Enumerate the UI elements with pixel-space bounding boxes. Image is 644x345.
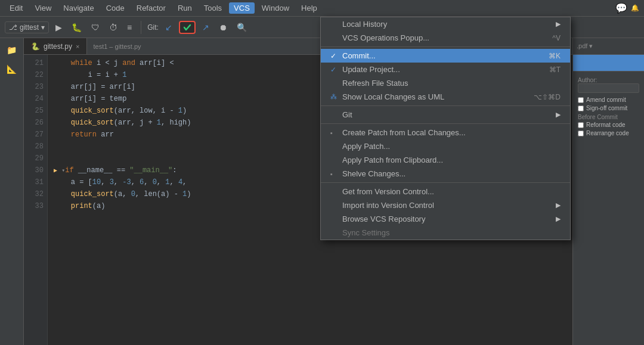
pdf-label: .pdf ▾ [577, 42, 593, 50]
debug-button[interactable]: 🐛 [69, 21, 85, 34]
menu-help[interactable]: Help [296, 2, 322, 14]
tab-close-button[interactable]: × [76, 43, 79, 50]
shelve-label: Shelve Changes... [342, 169, 405, 178]
sidebar-project-icon[interactable]: 📁 [4, 43, 19, 57]
update-project-shortcut: ⌘T [549, 66, 561, 74]
menu-git[interactable]: Git ▶ [321, 108, 570, 122]
git-update-icon[interactable]: ↙ [162, 21, 175, 34]
menu-browse-vcs[interactable]: Browse VCS Repository ▶ [321, 212, 570, 226]
menu-sync-settings: Sync Settings [321, 226, 570, 240]
vcs-operations-label: VCS Operations Popup... [342, 33, 429, 42]
menu-run[interactable]: Run [173, 2, 197, 14]
menu-show-local-changes[interactable]: ⁂ Show Local Changes as UML ⌥⇧⌘D [321, 90, 570, 104]
sidebar-structure-icon[interactable]: 📐 [4, 62, 19, 76]
menu-import-vcs[interactable]: Import into Version Control ▶ [321, 198, 570, 212]
get-from-vcs-label: Get from Version Control... [342, 187, 434, 196]
reformat-checkbox[interactable] [578, 122, 584, 128]
reformat-label: Reformat code [586, 122, 626, 128]
commit-check-button[interactable] [179, 21, 196, 34]
create-patch-label: Create Patch from Local Changes... [342, 128, 466, 137]
commit-panel: Author: Amend commit Sign-off commit Bef… [573, 72, 644, 143]
run-button[interactable]: ▶ [52, 21, 65, 34]
menu-update-project[interactable]: ✓ Update Project... ⌘T [321, 63, 570, 76]
local-history-label: Local History [342, 20, 387, 29]
before-commit-title: Before Commit [578, 114, 639, 120]
git-arrow: ▶ [556, 111, 561, 119]
sync-settings-label: Sync Settings [342, 228, 390, 237]
tab-filename: gittest.py [44, 42, 72, 51]
author-input[interactable] [578, 83, 639, 93]
local-history-arrow: ▶ [556, 20, 561, 28]
menu-separator-1 [321, 46, 570, 47]
browse-vcs-label: Browse VCS Repository [342, 215, 425, 223]
notification-icon: 🔔 [631, 4, 639, 12]
menu-refactor[interactable]: Refactor [132, 2, 171, 14]
branch-icon: ⎇ [9, 23, 17, 32]
menu-bar: Edit View Navigate Code Refactor Run Too… [0, 0, 644, 17]
vcs-operations-shortcut: ^V [552, 34, 561, 42]
search-toolbar-btn[interactable]: 🔍 [234, 21, 250, 34]
sign-off-checkbox[interactable] [578, 105, 584, 111]
show-local-changes-label: Show Local Changes as UML [342, 92, 444, 101]
import-vcs-arrow: ▶ [556, 201, 561, 209]
format-button[interactable]: ≡ [124, 21, 135, 34]
git-history-icon[interactable]: ⏺ [216, 21, 230, 34]
menu-vcs-operations-popup[interactable]: VCS Operations Popup... ^V [321, 31, 570, 45]
git-label: Git: [147, 23, 159, 32]
refresh-status-label: Refresh File Status [342, 79, 408, 88]
menu-separator-3 [321, 123, 570, 124]
wechat-icon[interactable]: 💬 [615, 2, 627, 14]
git-label-menu: Git [342, 110, 352, 119]
menu-code[interactable]: Code [101, 2, 129, 14]
menu-separator-2 [321, 105, 570, 106]
menu-view[interactable]: View [30, 2, 56, 14]
menu-tools[interactable]: Tools [199, 2, 227, 14]
browse-vcs-arrow: ▶ [556, 215, 561, 223]
reformat-row: Reformat code [578, 122, 639, 128]
vcs-dropdown-menu[interactable]: Local History ▶ VCS Operations Popup... … [320, 17, 571, 240]
menu-get-from-vcs[interactable]: Get from Version Control... [321, 185, 570, 198]
menu-navigate[interactable]: Navigate [58, 2, 98, 14]
menu-commit[interactable]: ✓ Commit... ⌘K [321, 49, 570, 63]
amend-commit-checkbox[interactable] [578, 97, 584, 103]
toolbar-separator [141, 21, 141, 34]
menu-separator-4 [321, 182, 570, 183]
rearrange-label: Rearrange code [586, 130, 629, 136]
rearrange-row: Rearrange code [578, 130, 639, 136]
apply-patch-label: Apply Patch... [342, 142, 390, 151]
menu-local-history[interactable]: Local History ▶ [321, 17, 570, 31]
sign-off-label: Sign-off commit [586, 105, 627, 111]
commit-label: Commit... [342, 51, 376, 60]
sidebar: 📁 📐 [0, 38, 24, 345]
commit-shortcut: ⌘K [549, 52, 561, 60]
menu-window[interactable]: Window [257, 2, 294, 14]
menu-refresh-status[interactable]: Refresh File Status [321, 76, 570, 90]
line-numbers: 21 22 23 24 25 26 27 28 29 30 31 32 33 [24, 55, 48, 345]
amend-commit-label: Amend commit [586, 97, 626, 103]
python-file-icon: 🐍 [31, 42, 40, 51]
menu-vcs[interactable]: VCS [229, 2, 255, 14]
branch-dropdown-icon: ▾ [41, 23, 45, 32]
branch-selector[interactable]: ⎇ gittest ▾ [5, 21, 49, 33]
amend-commit-row: Amend commit [578, 97, 639, 103]
author-field: Author: [578, 76, 639, 93]
author-label: Author: [578, 77, 597, 83]
right-panel: .pdf ▾ Author: Amend commit Sign-off com… [572, 38, 644, 345]
menu-apply-patch[interactable]: Apply Patch... [321, 139, 570, 153]
update-project-label: Update Project... [342, 65, 400, 74]
editor-tab-gittest[interactable]: 🐍 gittest.py × [24, 38, 87, 54]
menu-apply-patch-clipboard[interactable]: Apply Patch from Clipboard... [321, 153, 570, 167]
show-local-changes-shortcut: ⌥⇧⌘D [534, 93, 561, 101]
branch-name: gittest [20, 23, 39, 32]
import-vcs-label: Import into Version Control [342, 201, 434, 210]
menu-shelve[interactable]: ▪ Shelve Changes... [321, 167, 570, 181]
menu-create-patch[interactable]: ▪ Create Patch from Local Changes... [321, 126, 570, 139]
apply-patch-clipboard-label: Apply Patch from Clipboard... [342, 156, 443, 164]
coverage-button[interactable]: 🛡 [88, 21, 103, 34]
menu-edit[interactable]: Edit [5, 2, 27, 14]
sign-off-row: Sign-off commit [578, 105, 639, 111]
profile-button[interactable]: ⏱ [106, 21, 120, 34]
git-push-icon[interactable]: ↗ [199, 21, 212, 34]
right-panel-top: .pdf ▾ [573, 38, 644, 55]
rearrange-checkbox[interactable] [578, 130, 584, 136]
